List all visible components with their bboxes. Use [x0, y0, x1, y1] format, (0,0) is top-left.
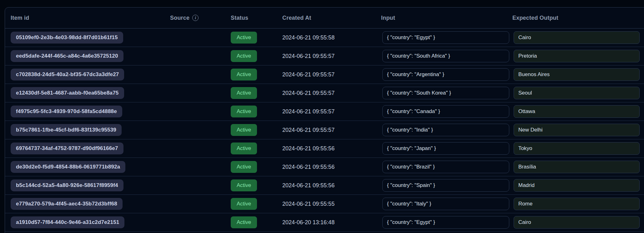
expected-output-cell: New Delhi [512, 124, 644, 136]
expected-output-box: Cairo [514, 31, 640, 44]
item-id-cell: a1910d57-7f84-440c-9e46-a31c2d7e2151 [5, 216, 170, 228]
status-cell: Active [231, 161, 282, 173]
column-header-item-id-label: Item id [11, 15, 29, 21]
input-box: { "country": "Italy" } [382, 198, 509, 210]
item-id-cell: de30d2e0-f5d9-4854-88b6-0619771b892a [5, 161, 170, 173]
expected-output-box: New Delhi [514, 124, 640, 136]
item-id-cell: b75c7861-1fbe-45cf-bdf6-83f139c95539 [5, 124, 170, 136]
status-cell: Active [231, 50, 282, 62]
column-header-input: Input [381, 15, 512, 21]
column-header-status: Status [231, 15, 282, 21]
input-box: { "country": "India" } [382, 124, 509, 136]
input-box: { "country": "Brazil" } [382, 161, 509, 173]
item-id-pill[interactable]: b5c144cd-52a5-4a80-926e-58617f8959f4 [11, 179, 123, 191]
expected-output-cell: Ottawa [512, 105, 644, 118]
input-box: { "country": "Egypt" } [382, 31, 509, 44]
item-id-cell: f4975c95-5fc3-4939-970d-58fa5cd4888e [5, 106, 170, 117]
input-cell: { "country": "South Africa" } [381, 50, 512, 62]
expected-output-box: Seoul [514, 87, 640, 99]
created-at: 2024-06-21 09:55:55 [282, 201, 381, 207]
expected-output-box: Rome [514, 198, 640, 210]
table-row: b75c7861-1fbe-45cf-bdf6-83f139c95539 Act… [5, 121, 644, 139]
column-header-status-label: Status [231, 15, 248, 21]
item-id-pill[interactable]: f4975c95-5fc3-4939-970d-58fa5cd4888e [11, 106, 122, 117]
created-at: 2024-06-21 09:55:57 [282, 90, 381, 96]
input-box: { "country": "South Africa" } [382, 50, 509, 62]
created-at: 2024-06-21 09:55:58 [282, 34, 381, 41]
input-cell: { "country": "Japan" } [381, 142, 512, 155]
status-cell: Active [231, 142, 282, 154]
expected-output-cell: Brasília [512, 161, 644, 173]
input-cell: { "country": "Spain" } [381, 179, 512, 192]
created-at: 2024-06-21 09:55:57 [282, 108, 381, 115]
item-id-pill[interactable]: b75c7861-1fbe-45cf-bdf6-83f139c95539 [11, 124, 122, 136]
column-header-expected-output-label: Expected Output [512, 15, 558, 21]
status-badge: Active [231, 124, 257, 136]
item-id-cell: 05109ef0-2e3b-4e03-98dd-8f7d01b61f15 [5, 32, 170, 44]
item-id-pill[interactable]: c702838d-24d5-40a2-bf35-67dc3a3dfe27 [11, 69, 124, 80]
expected-output-cell: Tokyo [512, 142, 644, 155]
item-id-cell: e12430df-5e81-4687-aabb-f0ea65be8a75 [5, 87, 170, 99]
column-header-input-label: Input [381, 15, 395, 21]
input-cell: { "country": "Brazil" } [381, 161, 512, 173]
expected-output-box: Buenos Aires [514, 68, 640, 81]
status-badge: Active [231, 161, 257, 173]
table-row: de30d2e0-f5d9-4854-88b6-0619771b892a Act… [5, 158, 644, 176]
item-id-pill[interactable]: de30d2e0-f5d9-4854-88b6-0619771b892a [11, 161, 125, 173]
column-header-created-at-label: Created At [282, 15, 311, 21]
table-row: eed5dafe-244f-465c-a84c-4a6e35725120 Act… [5, 47, 644, 65]
expected-output-cell: Cairo [512, 31, 644, 44]
item-id-pill[interactable]: eed5dafe-244f-465c-a84c-4a6e35725120 [11, 50, 123, 62]
created-at: 2024-06-21 09:55:57 [282, 53, 381, 60]
column-header-created-at: Created At [282, 15, 381, 21]
table-row: c702838d-24d5-40a2-bf35-67dc3a3dfe27 Act… [5, 65, 644, 84]
expected-output-cell: Pretoria [512, 50, 644, 62]
table-header-row: Item id Source i Status Created At Input… [5, 8, 644, 28]
table-row: a1910d57-7f84-440c-9e46-a31c2d7e2151 Act… [5, 213, 644, 232]
item-id-pill[interactable]: 05109ef0-2e3b-4e03-98dd-8f7d01b61f15 [11, 32, 123, 44]
item-id-pill[interactable]: e12430df-5e81-4687-aabb-f0ea65be8a75 [11, 87, 124, 99]
created-at: 2024-06-21 09:55:57 [282, 127, 381, 133]
created-at: 2024-06-21 09:55:57 [282, 71, 381, 78]
item-id-pill[interactable]: a1910d57-7f84-440c-9e46-a31c2d7e2151 [11, 216, 124, 228]
expected-output-cell: Buenos Aires [512, 68, 644, 81]
expected-output-box: Ottawa [514, 105, 640, 118]
item-id-cell: 69764737-34af-4752-9787-d90df96166e7 [5, 142, 170, 154]
table-row: e12430df-5e81-4687-aabb-f0ea65be8a75 Act… [5, 84, 644, 102]
input-box: { "country": "Japan" } [382, 142, 509, 155]
created-at: 2024-06-20 13:16:48 [282, 219, 381, 226]
created-at: 2024-06-21 09:55:56 [282, 145, 381, 152]
status-cell: Active [231, 87, 282, 99]
item-id-pill[interactable]: e779a270-579a-4f45-aec4-35b72d3bff68 [11, 198, 123, 210]
status-cell: Active [231, 198, 282, 210]
expected-output-cell: Seoul [512, 87, 644, 99]
status-cell: Active [231, 69, 282, 80]
status-cell: Active [231, 216, 282, 228]
status-badge: Active [231, 179, 257, 191]
expected-output-box: Brasília [514, 161, 640, 173]
status-cell: Active [231, 124, 282, 136]
item-id-cell: b5c144cd-52a5-4a80-926e-58617f8959f4 [5, 179, 170, 191]
table-row: b5c144cd-52a5-4a80-926e-58617f8959f4 Act… [5, 176, 644, 195]
status-badge: Active [231, 87, 257, 99]
table-row: e779a270-579a-4f45-aec4-35b72d3bff68 Act… [5, 195, 644, 213]
expected-output-box: Cairo [514, 216, 640, 229]
item-id-cell: e779a270-579a-4f45-aec4-35b72d3bff68 [5, 198, 170, 210]
expected-output-cell: Cairo [512, 216, 644, 229]
expected-output-cell: Rome [512, 198, 644, 210]
dataset-items-table: Item id Source i Status Created At Input… [5, 7, 644, 233]
status-cell: Active [231, 106, 282, 117]
status-badge: Active [231, 142, 257, 154]
expected-output-box: Pretoria [514, 50, 640, 62]
status-cell: Active [231, 32, 282, 44]
input-box: { "country": "Spain" } [382, 179, 509, 192]
column-header-item-id: Item id [5, 15, 170, 21]
item-id-pill[interactable]: 69764737-34af-4752-9787-d90df96166e7 [11, 142, 123, 154]
status-badge: Active [231, 106, 257, 117]
info-icon[interactable]: i [192, 15, 199, 21]
item-id-cell: eed5dafe-244f-465c-a84c-4a6e35725120 [5, 50, 170, 62]
created-at: 2024-06-21 09:55:56 [282, 182, 381, 189]
input-cell: { "country": "South Korea" } [381, 87, 512, 99]
status-badge: Active [231, 32, 257, 44]
status-badge: Active [231, 216, 257, 228]
